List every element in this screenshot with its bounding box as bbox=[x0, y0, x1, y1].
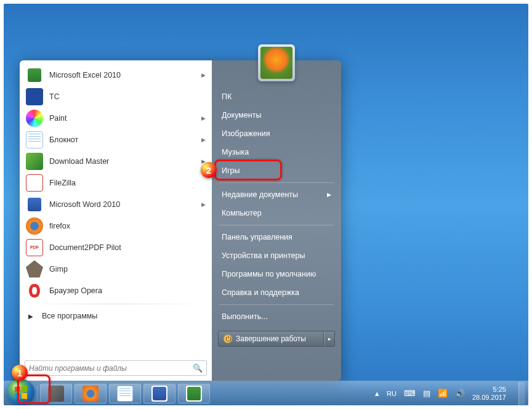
program-label: Paint bbox=[49, 114, 195, 123]
right-item-музыка[interactable]: Музыка bbox=[216, 143, 337, 161]
right-item-справка-и-поддержка[interactable]: Справка и поддержка bbox=[216, 283, 337, 302]
taskbar-word[interactable] bbox=[143, 384, 175, 403]
start-button[interactable] bbox=[7, 379, 34, 406]
right-item-пк[interactable]: ПК bbox=[216, 87, 337, 106]
right-item-label: Справка и поддержка bbox=[222, 288, 299, 297]
program-icon bbox=[26, 67, 43, 84]
right-item-выполнить...[interactable]: Выполнить... bbox=[216, 307, 337, 326]
search-input[interactable] bbox=[29, 364, 189, 373]
program-icon bbox=[26, 88, 43, 105]
shutdown-icon: ⏻ bbox=[224, 334, 232, 343]
program-icon bbox=[26, 174, 43, 192]
keyboard-icon[interactable]: ⌨ bbox=[404, 389, 416, 398]
tray-chevron-icon[interactable]: ▴ bbox=[375, 389, 379, 398]
taskbar-icon bbox=[48, 386, 64, 402]
right-item-панель-управления[interactable]: Панель управления bbox=[216, 228, 337, 246]
shutdown-label: Завершение работы bbox=[236, 334, 306, 343]
program-icon bbox=[26, 282, 43, 299]
language-indicator[interactable]: RU bbox=[387, 390, 397, 397]
callout-2-number: 2 bbox=[201, 162, 217, 178]
program-microsoft-word-2010[interactable]: Microsoft Word 2010▶ bbox=[22, 193, 209, 215]
program-filezilla[interactable]: FileZilla bbox=[22, 172, 209, 193]
clock-time: 5:25 bbox=[472, 386, 506, 394]
network-icon[interactable]: 📶 bbox=[438, 389, 448, 398]
windows-logo-icon bbox=[14, 385, 28, 400]
right-item-недавние-документы[interactable]: Недавние документы▶ bbox=[216, 185, 337, 204]
taskbar-icon bbox=[186, 386, 202, 402]
desktop: Microsoft Excel 2010▶TCPaint▶Блокнот▶Dow… bbox=[4, 4, 528, 405]
system-tray: ▴ RU ⌨ ▤ 📶 🔊 5:25 28.09.2017 bbox=[375, 382, 525, 405]
program-gimp[interactable]: Gimp bbox=[22, 258, 209, 280]
user-avatar-frame[interactable] bbox=[258, 44, 295, 81]
program-label: Download Master bbox=[49, 157, 195, 166]
taskbar-excel[interactable] bbox=[178, 384, 210, 403]
separator bbox=[219, 304, 334, 305]
taskbar-icon bbox=[83, 386, 99, 402]
show-desktop-button[interactable] bbox=[518, 382, 525, 405]
program-firefox[interactable]: firefox bbox=[22, 215, 209, 237]
clock-date: 28.09.2017 bbox=[472, 394, 506, 402]
program-microsoft-excel-2010[interactable]: Microsoft Excel 2010▶ bbox=[22, 64, 209, 86]
program-icon bbox=[26, 153, 43, 170]
right-item-label: Музыка bbox=[222, 148, 249, 156]
shutdown-button[interactable]: ⏻ Завершение работы bbox=[218, 331, 324, 347]
chevron-right-icon: ▶ bbox=[327, 192, 331, 198]
taskbar-icon bbox=[117, 386, 133, 402]
right-item-label: ПК bbox=[222, 92, 232, 101]
program-label: Блокнот bbox=[49, 136, 195, 144]
start-menu-left: Microsoft Excel 2010▶TCPaint▶Блокнот▶Dow… bbox=[20, 60, 212, 381]
chevron-right-icon: ▶ bbox=[201, 137, 206, 143]
right-item-label: Устройства и принтеры bbox=[222, 251, 305, 260]
chevron-right-icon: ▶ bbox=[201, 201, 206, 208]
taskbar-foxit[interactable] bbox=[40, 384, 72, 403]
program-label: TC bbox=[49, 92, 206, 101]
separator bbox=[37, 386, 38, 402]
volume-icon[interactable]: 🔊 bbox=[455, 389, 465, 398]
all-programs-label: Все программы bbox=[42, 312, 97, 320]
right-item-игры[interactable]: Игры bbox=[216, 161, 337, 180]
action-center-icon[interactable]: ▤ bbox=[423, 389, 430, 398]
program-tc[interactable]: TC bbox=[22, 86, 209, 107]
separator bbox=[26, 304, 206, 304]
chevron-right-icon: ▶ bbox=[28, 313, 33, 320]
taskbar: ▴ RU ⌨ ▤ 📶 🔊 5:25 28.09.2017 bbox=[4, 381, 528, 405]
program-icon bbox=[26, 131, 43, 148]
program-icon bbox=[26, 239, 43, 256]
right-item-label: Изображения bbox=[222, 129, 270, 138]
search-icon: 🔍 bbox=[193, 363, 203, 373]
separator bbox=[219, 182, 334, 183]
right-item-документы[interactable]: Документы bbox=[216, 106, 337, 124]
program-icon bbox=[26, 196, 43, 213]
taskbar-firefox[interactable] bbox=[75, 384, 107, 403]
shutdown-dropdown[interactable]: ▸ bbox=[324, 331, 335, 347]
taskbar-icon bbox=[151, 386, 167, 402]
separator bbox=[219, 225, 334, 225]
program-label: Microsoft Word 2010 bbox=[49, 200, 195, 209]
program-label: Браузер Opera bbox=[49, 286, 206, 295]
start-menu: Microsoft Excel 2010▶TCPaint▶Блокнот▶Dow… bbox=[20, 60, 341, 381]
program-label: Microsoft Excel 2010 bbox=[49, 71, 195, 79]
right-item-изображения[interactable]: Изображения bbox=[216, 124, 337, 143]
clock[interactable]: 5:25 28.09.2017 bbox=[472, 386, 506, 401]
program-download-master[interactable]: Download Master▶ bbox=[22, 150, 209, 172]
program-браузер-opera[interactable]: Браузер Opera bbox=[22, 280, 209, 301]
user-avatar bbox=[260, 47, 292, 79]
program-icon bbox=[26, 110, 43, 127]
program-icon bbox=[26, 217, 43, 235]
right-item-label: Компьютер bbox=[222, 209, 262, 217]
right-item-устройства-и-принтеры[interactable]: Устройства и принтеры bbox=[216, 246, 337, 265]
search-box[interactable]: 🔍 bbox=[25, 360, 207, 376]
right-item-программы-по-умолчанию[interactable]: Программы по умолчанию bbox=[216, 265, 337, 283]
program-document2pdf-pilot[interactable]: Document2PDF Pilot bbox=[22, 237, 209, 258]
program-label: firefox bbox=[49, 222, 206, 230]
taskbar-notepad[interactable] bbox=[109, 384, 141, 403]
right-item-компьютер[interactable]: Компьютер bbox=[216, 204, 337, 222]
program-label: Document2PDF Pilot bbox=[49, 243, 206, 252]
program-paint[interactable]: Paint▶ bbox=[22, 107, 209, 129]
program-label: Gimp bbox=[49, 265, 206, 273]
right-item-label: Выполнить... bbox=[222, 312, 268, 321]
start-menu-right: ПКДокументыИзображенияМузыкаИгрыНедавние… bbox=[212, 60, 341, 381]
program-блокнот[interactable]: Блокнот▶ bbox=[22, 129, 209, 150]
program-icon bbox=[26, 261, 43, 278]
all-programs-button[interactable]: ▶ Все программы bbox=[22, 307, 209, 325]
